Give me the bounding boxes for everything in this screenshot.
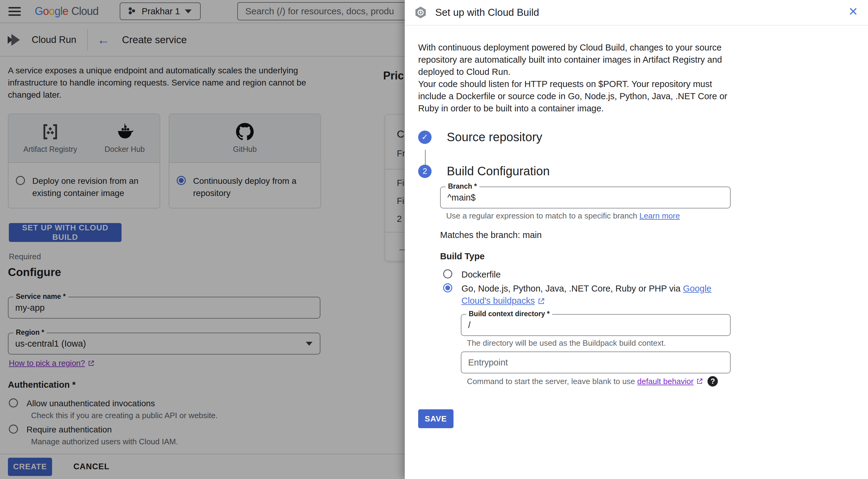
entrypoint-field[interactable]: [461, 351, 731, 373]
build-context-helper: The directory will be used as the Buildp…: [467, 338, 666, 348]
build-type-dockerfile: Dockerfile: [443, 268, 730, 281]
close-icon[interactable]: ×: [849, 4, 858, 19]
panel-header: Set up with Cloud Build ×: [405, 0, 868, 26]
panel-intro-line2: Your code should listen for HTTP request…: [418, 79, 727, 113]
step-build-configuration[interactable]: 2 Build Configuration: [418, 164, 550, 178]
step-number: 2: [418, 165, 432, 178]
buildpacks-radio[interactable]: [443, 283, 452, 293]
step-source-heading: Source repository: [447, 130, 542, 144]
cloud-build-icon: [414, 6, 427, 19]
panel-intro: With continuous deployment powered by Cl…: [418, 41, 735, 114]
external-link-icon: [696, 378, 703, 385]
help-icon[interactable]: ?: [708, 376, 718, 386]
panel-title: Set up with Cloud Build: [435, 7, 539, 18]
step-build-heading: Build Configuration: [447, 164, 550, 178]
build-type-buildpacks: Go, Node.js, Python, Java, .NET Core, Ru…: [443, 282, 730, 307]
dockerfile-label: Dockerfile: [461, 268, 730, 281]
branch-helper: Use a regular expression to match to a s…: [446, 211, 680, 220]
branch-field[interactable]: Branch *: [440, 186, 731, 208]
save-button[interactable]: SAVE: [418, 409, 454, 428]
external-link-icon: [537, 297, 545, 305]
entrypoint-helper: Command to start the server, leave blank…: [467, 376, 718, 386]
branch-label: Branch *: [445, 182, 479, 191]
stepper-connector: [425, 150, 426, 166]
cloud-build-panel: Set up with Cloud Build × With continuou…: [405, 0, 868, 479]
default-behavior-link[interactable]: default behavior: [637, 377, 703, 386]
step-source-repository[interactable]: ✓ Source repository: [418, 130, 542, 144]
build-type-label: Build Type: [440, 251, 485, 262]
gcp-console: Google Cloud Prakhar 1 Cloud Run ← Creat…: [0, 0, 868, 479]
step-check-icon: ✓: [418, 131, 432, 144]
panel-intro-line1: With continuous deployment powered by Cl…: [418, 43, 722, 77]
build-context-label: Build context directory *: [466, 310, 552, 318]
branch-input[interactable]: [441, 187, 730, 208]
dockerfile-radio[interactable]: [443, 269, 452, 278]
entrypoint-input[interactable]: [461, 352, 730, 373]
build-context-field[interactable]: Build context directory *: [461, 314, 731, 336]
branch-match-note: Matches the branch: main: [440, 230, 542, 240]
buildpacks-label: Go, Node.js, Python, Java, .NET Core, Ru…: [461, 282, 730, 307]
learn-more-link[interactable]: Learn more: [639, 211, 680, 220]
